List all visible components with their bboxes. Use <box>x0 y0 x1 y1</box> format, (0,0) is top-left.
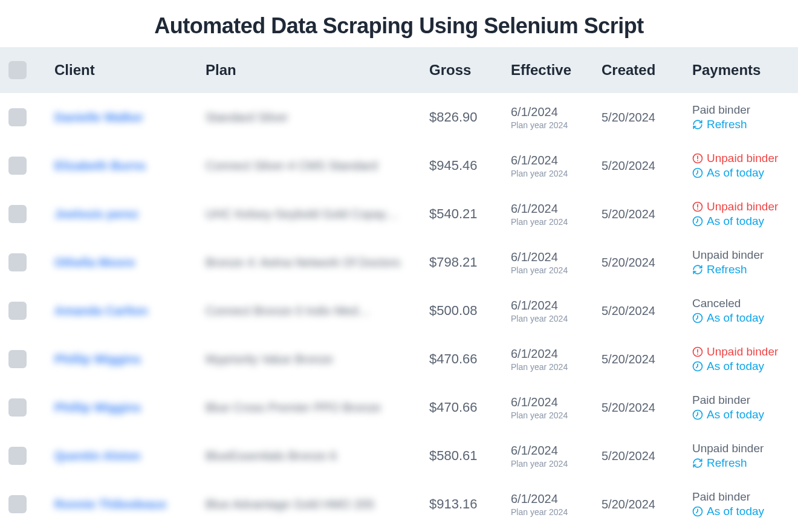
as-of-today-action[interactable]: As of today <box>692 166 798 180</box>
payment-status-text: Paid binder <box>692 394 750 407</box>
table-row: Othella MooreBronze 4: Aetna Network Of … <box>0 238 798 287</box>
client-name[interactable]: Ronnie Thibodeaux <box>54 498 206 511</box>
clock-icon <box>692 409 703 420</box>
payment-status: Paid binder <box>692 103 798 117</box>
effective-date: 6/1/2024 <box>511 395 602 409</box>
created-date: 5/20/2024 <box>602 159 692 173</box>
row-checkbox[interactable] <box>8 157 27 175</box>
client-name[interactable]: Quentin Alston <box>54 449 206 463</box>
effective-date: 6/1/2024 <box>511 105 602 119</box>
payments-cell: Unpaid binderRefresh <box>692 442 798 470</box>
th-created: Created <box>602 62 692 79</box>
clock-icon <box>692 506 703 517</box>
alert-circle-icon <box>692 153 703 164</box>
table-row: Ronnie ThibodeauxBlue Advantage Gold HMO… <box>0 480 798 528</box>
plan-year: Plan year 2024 <box>511 459 602 469</box>
page-title: Automated Data Scraping Using Selenium S… <box>0 0 798 47</box>
payment-status-text: Unpaid binder <box>707 200 778 213</box>
payment-action-text: As of today <box>707 311 764 325</box>
created-date: 5/20/2024 <box>602 256 692 270</box>
as-of-today-action[interactable]: As of today <box>692 505 798 518</box>
client-name[interactable]: Amanda Carlton <box>54 304 206 318</box>
effective-date: 6/1/2024 <box>511 250 602 264</box>
svg-point-11 <box>697 354 698 355</box>
plan-year: Plan year 2024 <box>511 507 602 517</box>
client-name[interactable]: Elizabeth Burns <box>54 159 206 173</box>
gross-amount: $826.90 <box>429 109 511 125</box>
gross-amount: $470.66 <box>429 351 511 367</box>
payment-status-text: Unpaid binder <box>707 152 778 165</box>
plan-name: Blue Cross Premier PPO Bronze <box>206 401 429 415</box>
client-name[interactable]: Joelouis perez <box>54 207 206 221</box>
row-checkbox-cell <box>0 398 54 417</box>
th-effective: Effective <box>511 62 602 79</box>
refresh-icon <box>692 458 703 469</box>
gross-amount: $500.08 <box>429 303 511 319</box>
as-of-today-action[interactable]: As of today <box>692 311 798 325</box>
client-name[interactable]: Danielle Walker <box>54 111 206 125</box>
plan-name: UHC Kelsey-Seybold Gold Copay… <box>206 207 429 221</box>
payment-status: Unpaid binder <box>692 248 798 262</box>
effective-cell: 6/1/2024Plan year 2024 <box>511 154 602 178</box>
th-payments: Payments <box>692 62 798 79</box>
payment-status-text: Canceled <box>692 297 741 310</box>
payments-cell: CanceledAs of today <box>692 297 798 325</box>
as-of-today-action[interactable]: As of today <box>692 408 798 421</box>
effective-cell: 6/1/2024Plan year 2024 <box>511 347 602 372</box>
payments-cell: Unpaid binderAs of today <box>692 200 798 228</box>
created-date: 5/20/2024 <box>602 449 692 463</box>
effective-cell: 6/1/2024Plan year 2024 <box>511 299 602 323</box>
row-checkbox[interactable] <box>8 253 27 271</box>
payments-cell: Unpaid binderAs of today <box>692 152 798 180</box>
refresh-action[interactable]: Refresh <box>692 456 798 470</box>
payments-cell: Paid binderAs of today <box>692 490 798 518</box>
table-row: Amanda CarltonConnect Bronze 0 Indiv Med… <box>0 287 798 335</box>
svg-point-6 <box>697 209 698 210</box>
created-date: 5/20/2024 <box>602 207 692 221</box>
plan-year: Plan year 2024 <box>511 120 602 130</box>
payments-cell: Unpaid binderRefresh <box>692 248 798 276</box>
row-checkbox[interactable] <box>8 495 27 513</box>
effective-cell: 6/1/2024Plan year 2024 <box>511 202 602 227</box>
client-name[interactable]: Othella Moore <box>54 256 206 270</box>
th-gross: Gross <box>429 62 511 79</box>
select-all-checkbox[interactable] <box>8 61 27 79</box>
payment-action-text: Refresh <box>707 263 747 276</box>
refresh-action[interactable]: Refresh <box>692 263 798 276</box>
row-checkbox[interactable] <box>8 302 27 320</box>
clock-icon <box>692 216 703 227</box>
row-checkbox[interactable] <box>8 398 27 417</box>
gross-amount: $798.21 <box>429 255 511 270</box>
row-checkbox-cell <box>0 447 54 465</box>
row-checkbox[interactable] <box>8 350 27 368</box>
payment-status: Unpaid binder <box>692 152 798 165</box>
client-name[interactable]: Phillip Wiggins <box>54 352 206 366</box>
header-checkbox-cell <box>0 61 54 79</box>
plan-name: Connect Bronze 0 Indiv Med… <box>206 304 429 318</box>
row-checkbox[interactable] <box>8 205 27 223</box>
effective-cell: 6/1/2024Plan year 2024 <box>511 105 602 130</box>
row-checkbox-cell <box>0 495 54 513</box>
gross-amount: $945.46 <box>429 158 511 174</box>
effective-cell: 6/1/2024Plan year 2024 <box>511 492 602 517</box>
payment-status: Unpaid binder <box>692 345 798 358</box>
as-of-today-action[interactable]: As of today <box>692 360 798 373</box>
plan-name: Blue Advantage Gold HMO 205 <box>206 498 429 511</box>
row-checkbox[interactable] <box>8 447 27 465</box>
as-of-today-action[interactable]: As of today <box>692 215 798 228</box>
refresh-icon <box>692 264 703 275</box>
client-name[interactable]: Phillip Wiggins <box>54 401 206 415</box>
row-checkbox[interactable] <box>8 108 27 126</box>
refresh-action[interactable]: Refresh <box>692 118 798 131</box>
payment-status-text: Paid binder <box>692 103 750 117</box>
effective-date: 6/1/2024 <box>511 202 602 216</box>
effective-date: 6/1/2024 <box>511 444 602 458</box>
clock-icon <box>692 361 703 372</box>
plan-year: Plan year 2024 <box>511 314 602 323</box>
table-row: Danielle WalkerStandard Silver$826.906/1… <box>0 93 798 141</box>
table-row: Quentin AlstonBlueEssentials Bronze 6$58… <box>0 432 798 480</box>
gross-amount: $540.21 <box>429 206 511 222</box>
effective-date: 6/1/2024 <box>511 492 602 506</box>
effective-date: 6/1/2024 <box>511 154 602 167</box>
plan-name: Connect Silver-4 CMS Standard <box>206 159 429 173</box>
